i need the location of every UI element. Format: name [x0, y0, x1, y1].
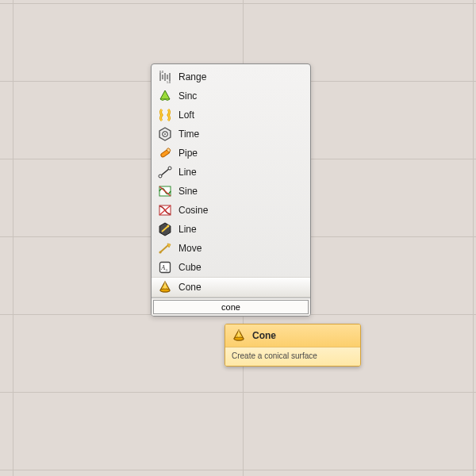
search-bar [152, 298, 310, 316]
cosine-icon [158, 203, 172, 217]
list-item-label: Line [178, 167, 197, 178]
list-item-label: Sinc [178, 90, 197, 102]
list-item-label: Cube [178, 262, 202, 273]
tooltip-title: Cone [252, 330, 276, 341]
list-item-line-alt[interactable]: Line [152, 220, 310, 239]
svg-line-23 [160, 245, 168, 252]
cone-icon [232, 328, 246, 343]
loft-icon [158, 108, 172, 122]
list-item-label: Line [178, 224, 197, 235]
svg-marker-7 [160, 90, 170, 99]
svg-point-25 [159, 251, 161, 253]
sinc-icon [158, 89, 172, 103]
search-input[interactable] [153, 300, 309, 314]
tooltip-description: Create a conical surface [225, 347, 360, 366]
sine-icon [158, 184, 172, 198]
svg-point-15 [168, 167, 171, 170]
svg-text:0.0: 0.0 [159, 71, 163, 74]
list-item-label: Move [178, 243, 202, 254]
cone-icon [158, 280, 172, 294]
svg-point-30 [234, 337, 244, 340]
list-item-cone[interactable]: Cone [152, 277, 310, 298]
svg-point-29 [160, 289, 170, 292]
component-list: 0.0 1.0 Range Sinc [152, 64, 310, 298]
svg-marker-24 [167, 244, 171, 248]
list-item-sinc[interactable]: Sinc [152, 86, 310, 106]
list-item-move[interactable]: Move [152, 239, 310, 258]
svg-point-10 [164, 133, 166, 135]
list-item-label: Loft [178, 109, 194, 121]
list-item-time[interactable]: Time [152, 125, 310, 144]
component-tooltip: Cone Create a conical surface [225, 324, 361, 367]
tooltip-header: Cone [225, 324, 360, 347]
svg-text:1.0: 1.0 [167, 81, 171, 84]
component-search-panel: 0.0 1.0 Range Sinc [151, 63, 311, 317]
svg-point-14 [159, 175, 162, 178]
list-item-loft[interactable]: Loft [152, 106, 310, 125]
cube-text-icon: A 3 [158, 260, 172, 274]
list-item-label: Cone [178, 282, 202, 293]
list-item-label: Pipe [178, 148, 198, 159]
line-icon [158, 165, 172, 179]
range-icon: 0.0 1.0 [158, 70, 172, 84]
list-item-label: Time [178, 129, 199, 140]
list-item-line[interactable]: Line [152, 163, 310, 182]
svg-text:A: A [160, 264, 165, 271]
line-alt-icon [158, 222, 172, 236]
list-item-label: Range [178, 71, 206, 83]
list-item-pipe[interactable]: Pipe [152, 144, 310, 163]
pipe-icon [158, 146, 172, 160]
list-item-label: Sine [178, 186, 198, 197]
svg-point-22 [167, 225, 170, 228]
list-item-cube[interactable]: A 3 Cube [152, 258, 310, 277]
list-item-range[interactable]: 0.0 1.0 Range [152, 67, 310, 86]
move-icon [158, 241, 172, 255]
time-icon [158, 127, 172, 141]
list-item-cosine[interactable]: Cosine [152, 201, 310, 220]
list-item-sine[interactable]: Sine [152, 182, 310, 201]
list-item-label: Cosine [178, 205, 208, 216]
